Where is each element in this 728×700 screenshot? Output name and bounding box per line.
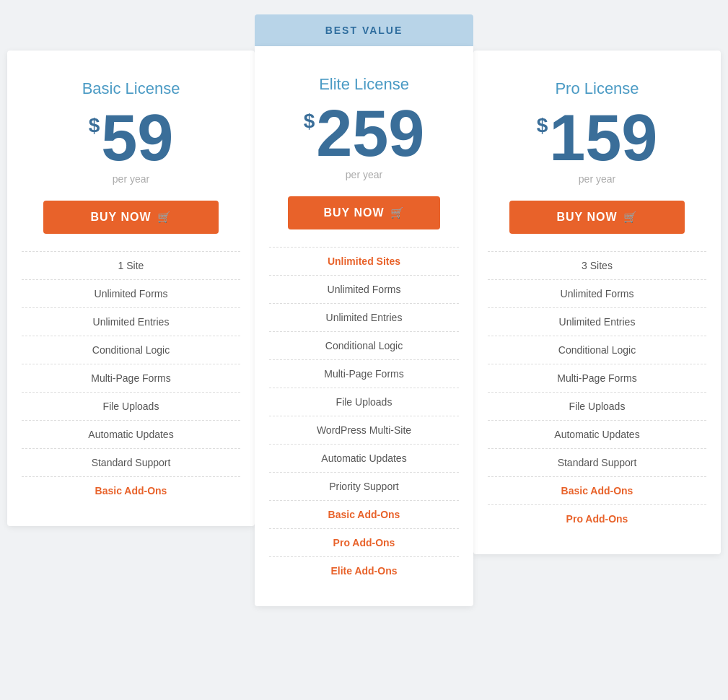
period-elite: per year: [269, 169, 459, 180]
plan-name-elite: Elite License: [269, 75, 459, 94]
plan-card-pro: Pro License $ 159 per year BUY NOW 3 Sit…: [473, 51, 721, 554]
feature-basic-7: Standard Support: [22, 448, 240, 476]
buy-label-basic: BUY NOW: [90, 211, 151, 224]
feature-list-elite: Unlimited Sites Unlimited Forms Unlimite…: [269, 247, 459, 585]
cart-icon-elite: [390, 206, 405, 219]
buy-now-elite[interactable]: BUY NOW: [288, 196, 439, 229]
feature-elite-10: Pro Add-Ons: [269, 528, 459, 556]
feature-elite-8: Priority Support: [269, 472, 459, 500]
feature-list-basic: 1 Site Unlimited Forms Unlimited Entries…: [22, 251, 240, 504]
cart-icon-pro: [623, 211, 638, 224]
feature-basic-3: Conditional Logic: [22, 336, 240, 364]
best-value-banner: BEST VALUE: [255, 14, 473, 46]
feature-elite-0: Unlimited Sites: [269, 247, 459, 275]
feature-pro-2: Unlimited Entries: [488, 307, 706, 336]
pricing-wrapper: Basic License $ 59 per year BUY NOW 1 Si…: [7, 14, 721, 606]
cart-icon-basic: [157, 211, 172, 224]
plan-price-pro: $ 159: [488, 105, 706, 170]
plan-name-pro: Pro License: [488, 79, 706, 98]
feature-list-pro: 3 Sites Unlimited Forms Unlimited Entrie…: [488, 251, 706, 533]
feature-elite-2: Unlimited Entries: [269, 303, 459, 331]
currency-pro: $: [537, 115, 548, 136]
feature-basic-1: Unlimited Forms: [22, 279, 240, 307]
feature-elite-5: File Uploads: [269, 388, 459, 416]
period-pro: per year: [488, 173, 706, 185]
period-basic: per year: [22, 173, 240, 185]
feature-elite-11: Elite Add-Ons: [269, 556, 459, 585]
feature-pro-5: File Uploads: [488, 392, 706, 420]
feature-pro-0: 3 Sites: [488, 251, 706, 279]
plan-card-basic: Basic License $ 59 per year BUY NOW 1 Si…: [7, 51, 255, 526]
plan-price-elite: $ 259: [269, 101, 459, 166]
feature-pro-7: Standard Support: [488, 448, 706, 476]
amount-basic: 59: [101, 105, 173, 170]
feature-pro-6: Automatic Updates: [488, 420, 706, 448]
feature-pro-4: Multi-Page Forms: [488, 364, 706, 392]
feature-pro-8: Basic Add-Ons: [488, 476, 706, 504]
feature-elite-6: WordPress Multi-Site: [269, 416, 459, 444]
buy-now-basic[interactable]: BUY NOW: [43, 201, 218, 234]
plan-price-basic: $ 59: [22, 105, 240, 170]
feature-pro-1: Unlimited Forms: [488, 279, 706, 307]
feature-elite-9: Basic Add-Ons: [269, 500, 459, 528]
feature-basic-4: Multi-Page Forms: [22, 364, 240, 392]
feature-basic-6: Automatic Updates: [22, 420, 240, 448]
plan-name-basic: Basic License: [22, 79, 240, 98]
amount-pro: 159: [549, 105, 657, 170]
feature-elite-3: Conditional Logic: [269, 331, 459, 359]
feature-basic-5: File Uploads: [22, 392, 240, 420]
feature-pro-9: Pro Add-Ons: [488, 504, 706, 533]
feature-basic-0: 1 Site: [22, 251, 240, 279]
currency-elite: $: [304, 111, 315, 131]
amount-elite: 259: [316, 101, 424, 166]
buy-now-pro[interactable]: BUY NOW: [509, 201, 684, 234]
feature-basic-2: Unlimited Entries: [22, 307, 240, 336]
buy-label-elite: BUY NOW: [323, 206, 384, 219]
buy-label-pro: BUY NOW: [556, 211, 617, 224]
feature-basic-8: Basic Add-Ons: [22, 476, 240, 504]
feature-elite-4: Multi-Page Forms: [269, 359, 459, 388]
plan-card-elite: Elite License $ 259 per year BUY NOW Unl…: [255, 46, 473, 606]
currency-basic: $: [89, 115, 100, 136]
feature-elite-1: Unlimited Forms: [269, 275, 459, 303]
feature-elite-7: Automatic Updates: [269, 444, 459, 472]
feature-pro-3: Conditional Logic: [488, 336, 706, 364]
